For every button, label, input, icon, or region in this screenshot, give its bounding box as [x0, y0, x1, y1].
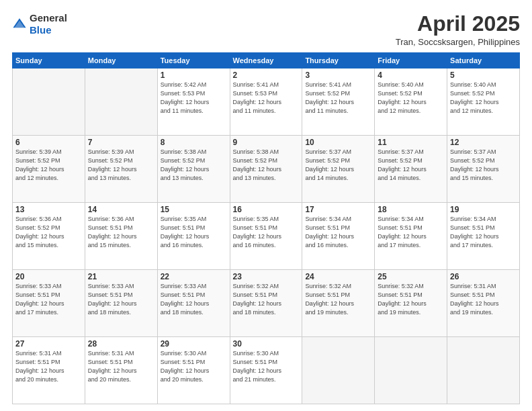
header-wednesday: Wednesday	[230, 53, 302, 68]
table-row: 16Sunrise: 5:35 AM Sunset: 5:51 PM Dayli…	[230, 203, 302, 270]
day-number: 30	[233, 339, 300, 349]
day-number: 26	[450, 272, 517, 281]
day-number: 21	[88, 272, 154, 281]
day-number: 17	[305, 205, 371, 214]
table-row: 30Sunrise: 5:30 AM Sunset: 5:51 PM Dayli…	[230, 337, 302, 404]
header-saturday: Saturday	[447, 53, 520, 68]
table-row: 3Sunrise: 5:41 AM Sunset: 5:52 PM Daylig…	[302, 68, 375, 136]
logo-icon	[12, 17, 27, 32]
table-row: 10Sunrise: 5:37 AM Sunset: 5:52 PM Dayli…	[302, 136, 375, 203]
day-info: Sunrise: 5:38 AM Sunset: 5:52 PM Dayligh…	[161, 148, 227, 183]
table-row: 8Sunrise: 5:38 AM Sunset: 5:52 PM Daylig…	[157, 136, 230, 203]
day-info: Sunrise: 5:41 AM Sunset: 5:52 PM Dayligh…	[305, 81, 371, 116]
table-row: 19Sunrise: 5:34 AM Sunset: 5:51 PM Dayli…	[447, 203, 520, 270]
day-number: 13	[15, 205, 82, 214]
day-info: Sunrise: 5:40 AM Sunset: 5:52 PM Dayligh…	[450, 81, 517, 116]
calendar-week-row: 13Sunrise: 5:36 AM Sunset: 5:52 PM Dayli…	[13, 203, 520, 270]
logo-blue: Blue	[30, 24, 52, 36]
day-info: Sunrise: 5:37 AM Sunset: 5:52 PM Dayligh…	[378, 148, 444, 183]
day-number: 14	[88, 205, 154, 214]
logo-general: General	[30, 12, 67, 24]
day-number: 5	[450, 71, 517, 80]
day-number: 4	[378, 71, 444, 80]
day-info: Sunrise: 5:34 AM Sunset: 5:51 PM Dayligh…	[450, 215, 517, 250]
table-row	[13, 68, 85, 136]
day-info: Sunrise: 5:40 AM Sunset: 5:52 PM Dayligh…	[378, 81, 444, 116]
table-row: 17Sunrise: 5:34 AM Sunset: 5:51 PM Dayli…	[302, 203, 375, 270]
day-number: 29	[161, 339, 227, 349]
day-info: Sunrise: 5:37 AM Sunset: 5:52 PM Dayligh…	[305, 148, 371, 183]
day-info: Sunrise: 5:39 AM Sunset: 5:52 PM Dayligh…	[88, 148, 154, 183]
day-number: 25	[378, 272, 444, 281]
calendar-week-row: 20Sunrise: 5:33 AM Sunset: 5:51 PM Dayli…	[13, 270, 520, 337]
header-tuesday: Tuesday	[157, 53, 230, 68]
calendar-table: Sunday Monday Tuesday Wednesday Thursday…	[12, 52, 520, 404]
day-number: 23	[233, 272, 300, 281]
day-info: Sunrise: 5:32 AM Sunset: 5:51 PM Dayligh…	[378, 282, 444, 317]
table-row: 23Sunrise: 5:32 AM Sunset: 5:51 PM Dayli…	[230, 270, 302, 337]
month-title: April 2025	[396, 12, 520, 36]
table-row: 5Sunrise: 5:40 AM Sunset: 5:52 PM Daylig…	[447, 68, 520, 136]
day-number: 6	[15, 138, 82, 147]
day-info: Sunrise: 5:32 AM Sunset: 5:51 PM Dayligh…	[305, 282, 371, 317]
day-number: 10	[305, 138, 371, 147]
day-number: 16	[233, 205, 300, 214]
table-row: 12Sunrise: 5:37 AM Sunset: 5:52 PM Dayli…	[447, 136, 520, 203]
day-info: Sunrise: 5:34 AM Sunset: 5:51 PM Dayligh…	[305, 215, 371, 250]
day-number: 11	[378, 138, 444, 147]
day-number: 28	[88, 339, 154, 349]
table-row: 14Sunrise: 5:36 AM Sunset: 5:51 PM Dayli…	[85, 203, 157, 270]
day-number: 7	[88, 138, 154, 147]
table-row: 25Sunrise: 5:32 AM Sunset: 5:51 PM Dayli…	[375, 270, 447, 337]
table-row: 2Sunrise: 5:41 AM Sunset: 5:53 PM Daylig…	[230, 68, 302, 136]
day-info: Sunrise: 5:36 AM Sunset: 5:51 PM Dayligh…	[88, 215, 154, 250]
day-info: Sunrise: 5:33 AM Sunset: 5:51 PM Dayligh…	[161, 282, 227, 317]
day-number: 22	[161, 272, 227, 281]
day-number: 2	[233, 71, 300, 80]
table-row: 28Sunrise: 5:31 AM Sunset: 5:51 PM Dayli…	[85, 337, 157, 404]
day-info: Sunrise: 5:30 AM Sunset: 5:51 PM Dayligh…	[161, 349, 227, 384]
calendar-header-row: Sunday Monday Tuesday Wednesday Thursday…	[13, 53, 520, 68]
day-number: 15	[161, 205, 227, 214]
day-info: Sunrise: 5:32 AM Sunset: 5:51 PM Dayligh…	[233, 282, 300, 317]
table-row: 22Sunrise: 5:33 AM Sunset: 5:51 PM Dayli…	[157, 270, 230, 337]
day-info: Sunrise: 5:38 AM Sunset: 5:52 PM Dayligh…	[233, 148, 300, 183]
day-info: Sunrise: 5:37 AM Sunset: 5:52 PM Dayligh…	[450, 148, 517, 183]
table-row: 20Sunrise: 5:33 AM Sunset: 5:51 PM Dayli…	[13, 270, 85, 337]
table-row: 29Sunrise: 5:30 AM Sunset: 5:51 PM Dayli…	[157, 337, 230, 404]
table-row: 9Sunrise: 5:38 AM Sunset: 5:52 PM Daylig…	[230, 136, 302, 203]
calendar-week-row: 1Sunrise: 5:42 AM Sunset: 5:53 PM Daylig…	[13, 68, 520, 136]
location-subtitle: Tran, Soccsksargen, Philippines	[396, 37, 520, 47]
table-row: 13Sunrise: 5:36 AM Sunset: 5:52 PM Dayli…	[13, 203, 85, 270]
page: General Blue April 2025 Tran, Soccsksarg…	[0, 0, 532, 411]
logo: General Blue	[12, 12, 67, 36]
logo-text: General Blue	[30, 12, 67, 36]
table-row: 6Sunrise: 5:39 AM Sunset: 5:52 PM Daylig…	[13, 136, 85, 203]
day-info: Sunrise: 5:30 AM Sunset: 5:51 PM Dayligh…	[233, 349, 300, 384]
day-number: 1	[161, 71, 227, 80]
header-monday: Monday	[85, 53, 157, 68]
table-row: 26Sunrise: 5:31 AM Sunset: 5:51 PM Dayli…	[447, 270, 520, 337]
calendar-week-row: 6Sunrise: 5:39 AM Sunset: 5:52 PM Daylig…	[13, 136, 520, 203]
header-friday: Friday	[375, 53, 447, 68]
day-info: Sunrise: 5:31 AM Sunset: 5:51 PM Dayligh…	[450, 282, 517, 317]
header: General Blue April 2025 Tran, Soccsksarg…	[12, 12, 520, 47]
day-info: Sunrise: 5:31 AM Sunset: 5:51 PM Dayligh…	[88, 349, 154, 384]
table-row: 18Sunrise: 5:34 AM Sunset: 5:51 PM Dayli…	[375, 203, 447, 270]
table-row	[375, 337, 447, 404]
table-row: 1Sunrise: 5:42 AM Sunset: 5:53 PM Daylig…	[157, 68, 230, 136]
day-info: Sunrise: 5:33 AM Sunset: 5:51 PM Dayligh…	[15, 282, 82, 317]
title-area: April 2025 Tran, Soccsksargen, Philippin…	[396, 12, 520, 47]
day-info: Sunrise: 5:31 AM Sunset: 5:51 PM Dayligh…	[15, 349, 82, 384]
table-row: 11Sunrise: 5:37 AM Sunset: 5:52 PM Dayli…	[375, 136, 447, 203]
table-row	[447, 337, 520, 404]
header-sunday: Sunday	[13, 53, 85, 68]
day-number: 9	[233, 138, 300, 147]
day-info: Sunrise: 5:35 AM Sunset: 5:51 PM Dayligh…	[161, 215, 227, 250]
day-info: Sunrise: 5:34 AM Sunset: 5:51 PM Dayligh…	[378, 215, 444, 250]
table-row: 24Sunrise: 5:32 AM Sunset: 5:51 PM Dayli…	[302, 270, 375, 337]
header-thursday: Thursday	[302, 53, 375, 68]
table-row: 27Sunrise: 5:31 AM Sunset: 5:51 PM Dayli…	[13, 337, 85, 404]
table-row: 21Sunrise: 5:33 AM Sunset: 5:51 PM Dayli…	[85, 270, 157, 337]
day-info: Sunrise: 5:33 AM Sunset: 5:51 PM Dayligh…	[88, 282, 154, 317]
